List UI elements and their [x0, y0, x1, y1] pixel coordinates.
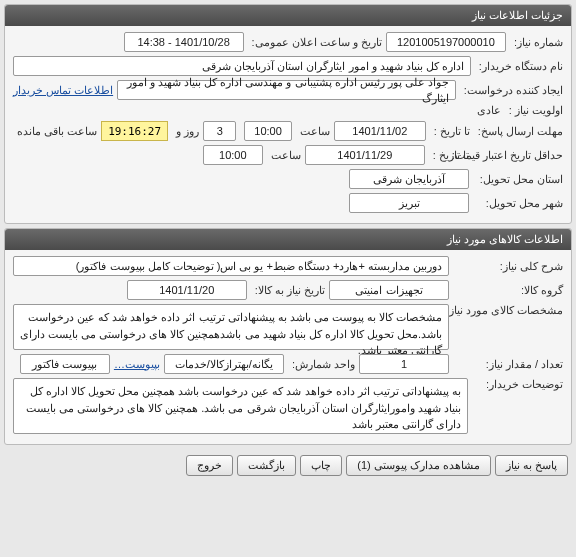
attachment-text: بپیوست فاکتور [20, 354, 110, 374]
request-no-label: شماره نیاز: [510, 36, 563, 49]
spec-label: مشخصات کالای مورد نیاز: [453, 304, 563, 317]
view-docs-button[interactable]: مشاهده مدارک پیوستی (1) [346, 455, 491, 476]
qty-label: تعداد / مقدار نیاز: [453, 358, 563, 371]
request-no-value: 1201005197000010 [386, 32, 506, 52]
city-label: شهر محل تحویل: [473, 197, 563, 210]
creator-label: ایجاد کننده درخواست: [460, 84, 563, 97]
need-date-label: تاریخ نیاز به کالا: [251, 284, 325, 297]
print-button[interactable]: چاپ [300, 455, 342, 476]
reply-button[interactable]: پاسخ به نیاز [495, 455, 568, 476]
priority-value: عادی [473, 104, 501, 117]
exit-button[interactable]: خروج [186, 455, 233, 476]
city-value: تبریز [349, 193, 469, 213]
deadline-label: مهلت ارسال پاسخ: [474, 125, 563, 138]
announce-label: تاریخ و ساعت اعلان عمومی: [248, 36, 382, 49]
request-details-panel: جزئیات اطلاعات نیاز شماره نیاز: 12010051… [4, 4, 572, 224]
buyer-notes-label: توضیحات خریدار: [472, 378, 563, 391]
days-label: روز و [172, 125, 199, 138]
contact-buyer-link[interactable]: اطلاعات تماس خریدار [13, 84, 113, 97]
need-title-label: شرح کلی نیاز: [453, 260, 563, 273]
remaining-label: ساعت باقی مانده [13, 125, 97, 138]
panel2-body: شرح کلی نیاز: دوربین مداربسته +هارد+ دست… [5, 250, 571, 444]
to-date-label-2: تا تاریخ : [429, 149, 469, 162]
attachment-link[interactable]: بپیوست… [114, 358, 160, 371]
validity-label: حداقل تاریخ اعتبار قیمت: [473, 149, 563, 162]
deadline-time: 10:00 [244, 121, 292, 141]
need-date-value: 1401/11/20 [127, 280, 247, 300]
province-value: آذربایجان شرقی [349, 169, 469, 189]
validity-date: 1401/11/29 [305, 145, 425, 165]
province-label: استان محل تحویل: [473, 173, 563, 186]
countdown-timer: 19:16:27 [101, 121, 168, 141]
time-label-2: ساعت [267, 149, 301, 162]
creator-value: جواد علی پور رئیس اداره پشتیبانی و مهندس… [117, 80, 456, 100]
panel1-header: جزئیات اطلاعات نیاز [5, 5, 571, 26]
to-date-label-1: تا تاریخ : [430, 125, 470, 138]
action-button-bar: پاسخ به نیاز مشاهده مدارک پیوستی (1) چاپ… [0, 449, 576, 482]
unit-value: یگانه/بهترازکالا/خدمات [164, 354, 284, 374]
buyer-value: اداره کل بنیاد شهید و امور ایثارگران است… [13, 56, 471, 76]
group-label: گروه کالا: [453, 284, 563, 297]
back-button[interactable]: بازگشت [237, 455, 296, 476]
panel1-body: شماره نیاز: 1201005197000010 تاریخ و ساع… [5, 26, 571, 223]
days-remaining: 3 [203, 121, 236, 141]
goods-info-panel: اطلاعات کالاهای مورد نیاز شرح کلی نیاز: … [4, 228, 572, 445]
announce-value: 1401/10/28 - 14:38 [124, 32, 244, 52]
buyer-label: نام دستگاه خریدار: [475, 60, 563, 73]
deadline-date: 1401/11/02 [334, 121, 426, 141]
need-title-value: دوربین مداربسته +هارد+ دستگاه ضبط+ یو بی… [13, 256, 449, 276]
time-label-1: ساعت [296, 125, 330, 138]
qty-value: 1 [359, 354, 449, 374]
validity-time: 10:00 [203, 145, 263, 165]
spec-textarea: مشخصات کالا به پیوست می باشد به پیشنهادا… [13, 304, 449, 350]
group-value: تجهیزات امنیتی [329, 280, 449, 300]
panel2-header: اطلاعات کالاهای مورد نیاز [5, 229, 571, 250]
priority-label: اولویت نیاز : [505, 104, 563, 117]
buyer-notes-textarea: به پیشنهاداتی ترتیب اثر داده خواهد شد که… [13, 378, 468, 434]
unit-label: واحد شمارش: [288, 358, 355, 371]
